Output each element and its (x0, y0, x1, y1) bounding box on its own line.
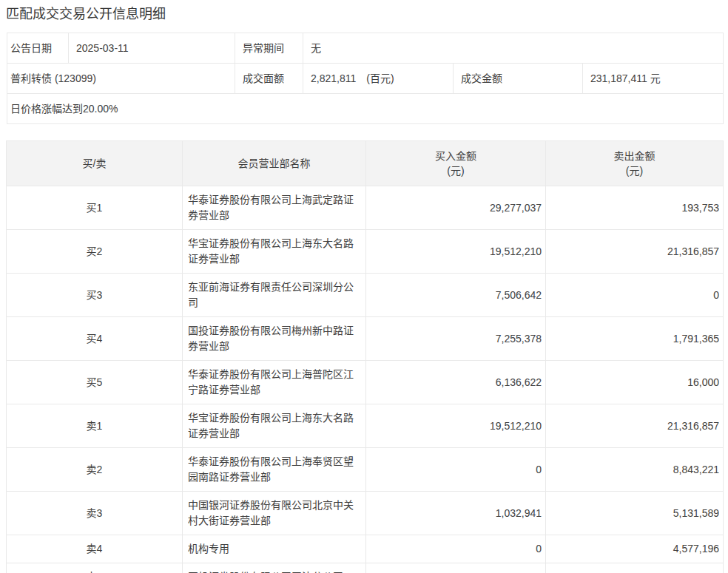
row-sell-amount: 5,131,589 (546, 492, 724, 535)
face-value-label: 成交面额 (235, 64, 303, 94)
table-row: 买3 东亚前海证券有限责任公司深圳分公司 7,506,642 0 (7, 274, 724, 317)
row-buy-amount: 0 (366, 448, 546, 492)
face-value: 2,821,811 (百元) (303, 64, 454, 94)
row-buy-amount: 7,255,378 (366, 317, 546, 361)
row-buy-amount: 19,512,210 (366, 404, 546, 448)
table-row: 卖3 中国银河证券股份有限公司北京中关村大街证券营业部 1,032,941 5,… (7, 492, 724, 535)
row-buy-amount: 7,506,642 (366, 274, 546, 317)
summary-table: 公告日期 2025-03-11 异常期间 无 普利转债 (123099) 成交面… (7, 33, 724, 124)
row-member-name: 中国银河证券股份有限公司北京中关村大街证券营业部 (183, 492, 366, 535)
row-member-name: 东亚前海证券有限责任公司深圳分公司 (183, 274, 366, 317)
row-member-name: 国投证券股份有限公司天津分公司 (183, 563, 366, 573)
row-side-label: 卖5 (7, 563, 183, 573)
column-header-member: 会员营业部名称 (183, 141, 366, 186)
row-sell-amount: 1,791,365 (546, 317, 724, 361)
turnover-label: 成交金额 (454, 64, 583, 94)
row-sell-amount: 193,753 (546, 186, 724, 230)
row-side-label: 买5 (7, 361, 183, 404)
row-side-label: 卖2 (7, 448, 183, 492)
summary-row-date: 公告日期 2025-03-11 异常期间 无 (7, 33, 724, 64)
row-member-name: 机构专用 (183, 535, 366, 563)
table-row: 卖5 国投证券股份有限公司天津分公司 0 4,493,372 (7, 563, 724, 573)
row-side-label: 卖3 (7, 492, 183, 535)
turnover-value: 231,187,411 元 (583, 64, 724, 94)
row-sell-amount: 4,577,196 (546, 535, 724, 563)
trade-table-header-row: 买/卖 会员营业部名称 买入金额 (元) 卖出金额 (元) (7, 141, 724, 186)
table-row: 卖4 机构专用 0 4,577,196 (7, 535, 724, 563)
table-row: 买5 华泰证券股份有限公司上海普陀区江宁路证券营业部 6,136,622 16,… (7, 361, 724, 404)
table-row: 卖2 华泰证券股份有限公司上海奉贤区望园南路证券营业部 0 8,843,221 (7, 448, 724, 492)
row-member-name: 华宝证券股份有限公司上海东大名路证券营业部 (183, 230, 366, 274)
row-member-name: 华泰证券股份有限公司上海奉贤区望园南路证券营业部 (183, 448, 366, 492)
row-side-label: 买3 (7, 274, 183, 317)
row-side-label: 卖4 (7, 535, 183, 563)
row-sell-amount: 16,000 (546, 361, 724, 404)
row-side-label: 买4 (7, 317, 183, 361)
abnormal-period-label: 异常期间 (235, 33, 303, 64)
column-header-buy-amount: 买入金额 (元) (366, 141, 546, 186)
column-header-side: 买/卖 (7, 141, 183, 186)
announce-date-label: 公告日期 (7, 33, 69, 64)
row-buy-amount: 19,512,210 (366, 230, 546, 274)
abnormal-period-value: 无 (303, 33, 724, 64)
announce-date-value: 2025-03-11 (69, 33, 235, 64)
row-buy-amount: 0 (366, 535, 546, 563)
row-member-name: 华宝证券股份有限公司上海东大名路证券营业部 (183, 404, 366, 448)
trade-table-body: 买1 华泰证券股份有限公司上海武定路证券营业部 29,277,037 193,7… (7, 186, 724, 573)
row-sell-amount: 21,316,857 (546, 404, 724, 448)
row-member-name: 国投证券股份有限公司梅州新中路证券营业部 (183, 317, 366, 361)
row-side-label: 买1 (7, 186, 183, 230)
row-sell-amount: 0 (546, 274, 724, 317)
row-buy-amount: 1,032,941 (366, 492, 546, 535)
row-buy-amount: 0 (366, 563, 546, 573)
page-title: 匹配成交交易公开信息明细 (0, 0, 728, 22)
row-buy-amount: 6,136,622 (366, 361, 546, 404)
row-buy-amount: 29,277,037 (366, 186, 546, 230)
summary-row-note: 日价格涨幅达到20.00% (7, 94, 724, 124)
row-side-label: 买2 (7, 230, 183, 274)
trade-table: 买/卖 会员营业部名称 买入金额 (元) 卖出金额 (元) 买1 华泰证券股份有… (6, 140, 724, 573)
security-name: 普利转债 (123099) (7, 64, 235, 94)
row-sell-amount: 4,493,372 (546, 563, 724, 573)
table-row: 买1 华泰证券股份有限公司上海武定路证券营业部 29,277,037 193,7… (7, 186, 724, 230)
table-row: 买2 华宝证券股份有限公司上海东大名路证券营业部 19,512,210 21,3… (7, 230, 724, 274)
summary-row-security: 普利转债 (123099) 成交面额 2,821,811 (百元) 成交金额 2… (7, 64, 724, 94)
table-row: 卖1 华宝证券股份有限公司上海东大名路证券营业部 19,512,210 21,3… (7, 404, 724, 448)
column-header-sell-amount: 卖出金额 (元) (546, 141, 724, 186)
table-row: 买4 国投证券股份有限公司梅州新中路证券营业部 7,255,378 1,791,… (7, 317, 724, 361)
price-limit-note: 日价格涨幅达到20.00% (7, 94, 724, 124)
row-member-name: 华泰证券股份有限公司上海普陀区江宁路证券营业部 (183, 361, 366, 404)
row-sell-amount: 8,843,221 (546, 448, 724, 492)
row-side-label: 卖1 (7, 404, 183, 448)
row-sell-amount: 21,316,857 (546, 230, 724, 274)
row-member-name: 华泰证券股份有限公司上海武定路证券营业部 (183, 186, 366, 230)
